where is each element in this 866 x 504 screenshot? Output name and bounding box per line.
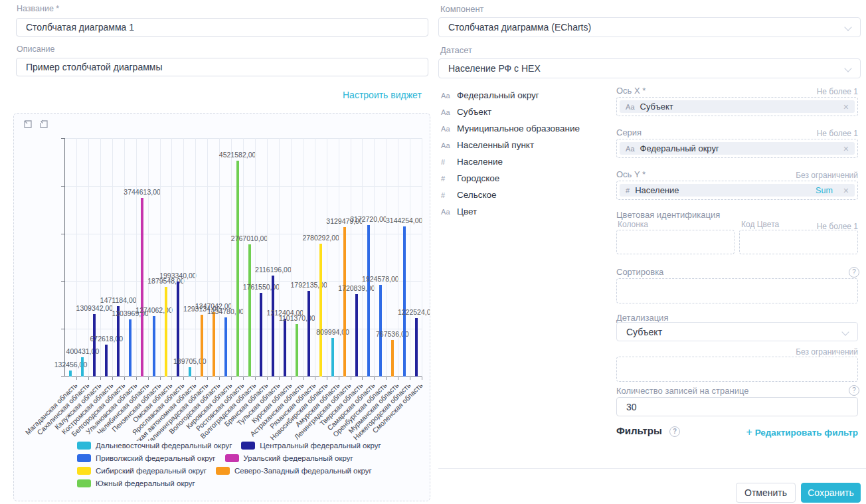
x-axis-dropzone[interactable]: Аа Субъект × [616,97,858,116]
legend-item-Южный федеральный округ[interactable]: Южный федеральный округ [77,479,195,487]
number-type-icon: # [441,175,452,183]
edit-filter-link[interactable]: + Редактировать фильтр [725,426,858,438]
component-select[interactable]: Столбчатая диаграмма (ECharts) [438,17,861,37]
dataset-field-name: Населенный пункт [457,140,534,150]
remove-icon[interactable]: × [843,186,849,195]
legend-item-Дальневосточный федеральный округ[interactable]: Дальневосточный федеральный округ [77,442,232,450]
x-axis-chip[interactable]: Аа Субъект × [620,100,855,113]
bar-Тульская область [272,276,274,377]
bar-Нижегородская область [403,226,406,377]
color-column-dropzone[interactable] [616,230,735,254]
bar-cell: 1879548,00 [161,138,173,377]
page-size-help-icon[interactable]: ? [849,385,859,396]
dataset-field-Сельское[interactable]: #Сельское [441,187,580,203]
page-size-label: Количество записей на странице [616,386,748,396]
legend-item-Сибирский федеральный округ[interactable]: Сибирский федеральный округ [77,467,207,475]
zoom-reset-icon[interactable] [39,120,49,129]
detail-dropzone[interactable] [616,357,858,382]
legend-swatch [77,467,91,475]
bar-cell: 4521582,00 [232,138,244,377]
configure-widget-link[interactable]: Настроить виджет [343,90,422,100]
detail-select[interactable]: Субъект [616,322,858,341]
number-type-icon: # [441,158,452,166]
bar-cell: 1347042,00 [208,138,220,377]
number-type-icon: # [441,191,452,199]
bar-Ульяновская область [129,319,131,377]
dataset-field-name: Население [457,157,503,167]
column-label: Колонка [618,220,648,229]
legend-item-Центральный федеральный округ[interactable]: Центральный федеральный округ [241,442,381,450]
legend-swatch [77,442,91,450]
text-type-icon: Аа [441,125,452,133]
filters-help-icon[interactable]: ? [669,426,680,437]
x-axis-limit: Не более 1 [616,87,858,96]
dataset-field-name: Муниципальное образование [457,124,580,133]
y-axis-chip[interactable]: # Население Sum × [620,184,855,197]
filters-label: Фильтры ? [616,425,680,437]
bar-cell: 1293134,00 [196,138,208,377]
bar-cell: 2116196,00 [268,138,280,377]
bar-Вологодская область [213,312,215,377]
dataset-field-Цвет[interactable]: АаЦвет [441,203,580,220]
dataset-field-Городское[interactable]: #Городское [441,170,580,187]
chevron-down-icon [841,328,849,335]
series-chip[interactable]: Аа Федеральный округ × [620,142,855,155]
legend-item-Северо-Западный федеральный округ[interactable]: Северо-Западный федеральный округ [216,467,372,475]
sorting-dropzone[interactable] [616,278,858,303]
component-label: Компонент [440,4,484,14]
bar-Самарская область [367,225,370,377]
dataset-field-Муниципальное образование[interactable]: АаМуниципальное образование [441,120,580,137]
legend-label: Приволжский федеральный округ [96,454,216,462]
x-axis-labels: Магаданская областьСахалинская областьКа… [22,380,430,441]
chart-legend: Дальневосточный федеральный округЦентрал… [77,442,394,487]
y-tick [61,329,64,329]
widget-editor: Название * Описание Настроить виджет 500… [0,0,866,504]
dataset-field-Населенный пункт[interactable]: АаНаселенный пункт [441,137,580,153]
y-tick [61,138,64,139]
name-input[interactable] [16,18,428,37]
series-limit: Не более 1 [616,129,858,138]
bar-Ленинградская область [343,227,346,377]
bar-cell: 1101370,00 [292,138,303,377]
component-value: Столбчатая диаграмма (ECharts) [448,22,591,33]
bar-cell: 672618,00 [101,138,113,377]
text-type-icon: Аа [441,108,452,116]
bar-cells: 132456,00400431,001309342,00672618,00147… [65,138,422,377]
legend-label: Центральный федеральный округ [260,442,381,450]
bar-Калужская область [93,314,96,377]
page-size-input[interactable] [616,397,858,416]
remove-icon[interactable]: × [843,102,849,112]
dataset-field-Население[interactable]: #Население [441,153,580,170]
text-type-icon: Аа [441,141,452,149]
dataset-select[interactable]: Население РФ с HEX [438,58,861,78]
legend-item-Уральский федеральный округ[interactable]: Уральский федеральный округ [225,454,353,462]
bar-cell: 1761550,00 [256,138,268,377]
bar-Пензенская область [153,316,155,377]
dataset-field-Субъект[interactable]: АаСубъект [441,104,580,120]
legend-item-Приволжский федеральный округ[interactable]: Приволжский федеральный округ [77,454,216,462]
bar-cell: 3129479,00 [339,138,351,377]
color-code-dropzone[interactable] [739,230,858,254]
remove-icon[interactable]: × [843,144,849,153]
zoom-select-icon[interactable] [23,120,33,129]
save-button[interactable]: Сохранить [801,483,861,503]
plus-icon: + [746,426,752,438]
footer-divider [438,468,866,469]
bar-cell: 1203969,00 [125,138,137,377]
dataset-field-Федеральный округ[interactable]: АаФедеральный округ [441,87,580,104]
cancel-button[interactable]: Отменить [736,483,796,503]
text-type-icon: Аа [626,103,635,111]
name-label: Название * [17,4,59,13]
legend-swatch [241,442,255,450]
y-axis-dropzone[interactable]: # Население Sum × [616,181,858,200]
bar-Еврейская автономная область [189,367,191,377]
legend-swatch [77,454,91,462]
dataset-value: Население РФ с HEX [448,63,541,74]
aggregation-badge[interactable]: Sum [816,186,833,195]
series-dropzone[interactable]: Аа Федеральный округ × [616,139,858,158]
plot-area: 132456,00400431,001309342,00672618,00147… [64,138,422,377]
description-input[interactable] [16,58,428,76]
bar-Челябинская область [141,198,143,377]
sorting-help-icon[interactable]: ? [849,267,859,278]
bar-cell: 809994,00 [327,138,339,377]
